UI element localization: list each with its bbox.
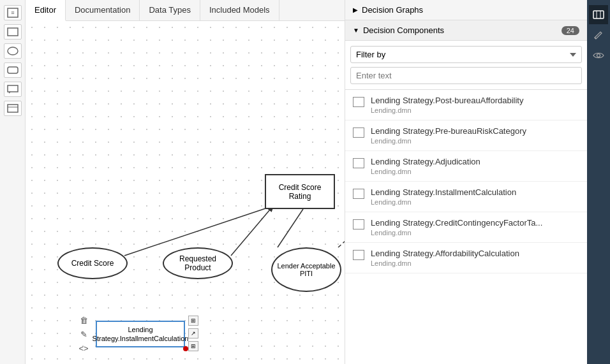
component-file: Lending.dmn [371, 137, 526, 145]
component-icon [353, 127, 364, 138]
main-area: Editor Documentation Data Types Included… [26, 0, 345, 364]
decision-components-badge: 24 [562, 26, 579, 35]
rounded-rect-tool-icon[interactable] [4, 62, 22, 78]
svg-text:≡: ≡ [11, 10, 14, 16]
svg-rect-5 [8, 85, 18, 92]
svg-rect-4 [8, 67, 18, 73]
component-item[interactable]: Lending Strategy.InstallmentCalculation … [345, 182, 587, 212]
component-list: Lending Strategy.Post-bureauAffordabilit… [345, 90, 587, 364]
decision-components-header[interactable]: ▼ Decision Components 24 [345, 20, 587, 41]
mini-icon-top[interactable]: ⊞ [188, 316, 198, 326]
decision-graphs-label: Decision Graphs [362, 5, 423, 15]
component-name: Lending Strategy.Pre-bureauRiskCategory [371, 126, 526, 136]
component-file: Lending.dmn [371, 168, 480, 175]
svg-line-17 [595, 38, 596, 39]
svg-rect-7 [8, 105, 18, 112]
right-panel: ▶ Decision Graphs ▼ Decision Components … [345, 0, 587, 364]
component-icon [353, 158, 364, 168]
oval-tool-icon[interactable] [4, 43, 22, 59]
component-name: Lending Strategy.AffordabilityCalculatio… [371, 249, 519, 258]
component-item[interactable]: Lending Strategy.AffordabilityCalculatio… [345, 243, 587, 273]
svg-rect-14 [593, 11, 604, 18]
mini-icon-bot[interactable]: ⊞ [188, 341, 198, 351]
text-tool-icon[interactable]: ≡ [4, 5, 22, 20]
component-file: Lending.dmn [371, 106, 523, 114]
component-icon [353, 97, 364, 107]
tab-documentation[interactable]: Documentation [66, 0, 140, 20]
rectangle-tool-icon[interactable] [4, 24, 22, 40]
canvas-area[interactable]: Credit Score Requested Product Lender Ac… [26, 21, 345, 364]
node-lending-strategy[interactable]: Lending Strategy.InstallmentCalculation [96, 321, 185, 347]
svg-line-11 [338, 219, 345, 247]
tab-included-models[interactable]: Included Models [200, 0, 279, 20]
component-icon [353, 250, 364, 260]
mini-icon-mid[interactable]: ↗ [188, 328, 198, 339]
map-icon[interactable] [589, 5, 608, 24]
filter-by-select[interactable]: Filter by [350, 46, 582, 63]
component-item[interactable]: Lending Strategy.Post-bureauAffordabilit… [345, 90, 587, 120]
svg-line-10 [231, 206, 273, 256]
left-toolbar: ≡ [0, 0, 26, 364]
component-name: Lending Strategy.CreditContingencyFactor… [371, 218, 542, 228]
eye-view-icon[interactable] [589, 46, 608, 65]
delete-node-icon[interactable]: 🗑 [78, 314, 89, 326]
component-file: Lending.dmn [371, 198, 516, 206]
edit-node-icon[interactable]: ✎ [78, 328, 89, 340]
node-credit-score[interactable]: Credit Score [57, 247, 128, 279]
share-node-icon[interactable]: <> [78, 342, 89, 354]
svg-rect-2 [8, 28, 18, 36]
filter-text-input[interactable] [350, 67, 582, 84]
component-file: Lending.dmn [371, 229, 542, 237]
node-toolbar: 🗑 ✎ <> [78, 314, 89, 354]
tab-editor[interactable]: Editor [26, 0, 66, 21]
decision-graphs-arrow: ▶ [353, 6, 358, 13]
decision-graphs-header[interactable]: ▶ Decision Graphs [345, 0, 587, 20]
component-name: Lending Strategy.Adjudication [371, 157, 480, 166]
node-lender[interactable]: Lender Acceptable PITI [271, 247, 341, 292]
tab-data-types[interactable]: Data Types [140, 0, 200, 20]
filter-area: Filter by [345, 41, 587, 90]
component-name: Lending Strategy.InstallmentCalculation [371, 187, 516, 197]
component-icon [353, 219, 364, 229]
svg-point-3 [8, 47, 18, 55]
component-item[interactable]: Lending Strategy.Adjudication Lending.dm… [345, 151, 587, 182]
component-file: Lending.dmn [371, 259, 519, 267]
svg-line-12 [278, 209, 303, 247]
far-right-bar [587, 0, 610, 364]
node-requested-product[interactable]: Requested Product [163, 247, 233, 279]
red-dot-indicator [183, 346, 188, 351]
node-credit-score-rating[interactable]: Credit Score Rating [265, 174, 335, 209]
component-item[interactable]: Lending Strategy.CreditContingencyFactor… [345, 212, 587, 243]
comment-tool-icon[interactable] [4, 82, 22, 97]
component-name: Lending Strategy.Post-bureauAffordabilit… [371, 96, 523, 105]
tab-bar: Editor Documentation Data Types Included… [26, 0, 345, 21]
decision-components-label: Decision Components [363, 25, 444, 35]
node-mini-icons: ⊞ ↗ ⊞ [188, 316, 198, 351]
component-icon [353, 189, 364, 199]
component-item[interactable]: Lending Strategy.Pre-bureauRiskCategory … [345, 120, 587, 151]
table-tool-icon[interactable] [4, 101, 22, 116]
svg-point-18 [597, 54, 600, 57]
decision-components-arrow: ▼ [353, 27, 359, 34]
edit-pencil-icon[interactable] [589, 25, 608, 45]
